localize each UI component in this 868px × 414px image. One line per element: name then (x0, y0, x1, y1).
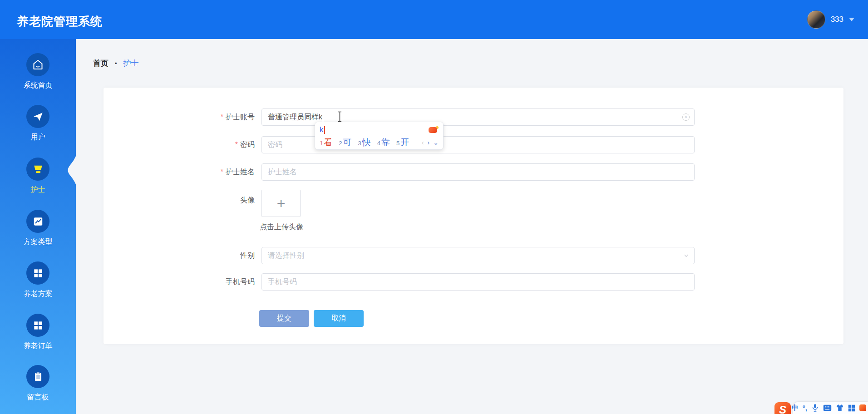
ime-candidate-popup: k 1 看 2 可 3 快 4 靠 5 (315, 122, 444, 150)
sidebar-item-plan-type[interactable]: 方案类型 (0, 210, 76, 246)
candidate-index: 1 (320, 140, 323, 147)
required-marker: * (221, 113, 223, 121)
avatar-label-text: 头像 (240, 196, 255, 205)
ime-candidate[interactable]: 4 靠 (377, 137, 390, 148)
sidebar-item-message-board[interactable]: 留言板 (0, 365, 76, 402)
app-window: 养老院管理系统 333 系统首页 用户 (0, 0, 868, 414)
toolbox-grid-icon[interactable] (848, 404, 855, 412)
account-label: * 护士账号 (104, 113, 255, 122)
name-label: * 护士姓名 (104, 168, 255, 177)
clipboard-icon (26, 365, 49, 388)
main-content: 首页 • 护士 * 护士账号 普通管理员同样k × (76, 39, 868, 414)
form-row-avatar: 头像 (104, 196, 843, 205)
cancel-button[interactable]: 取消 (314, 310, 364, 327)
shop-icon (26, 158, 49, 181)
sidebar-item-label: 系统首页 (0, 81, 76, 90)
ime-extra-icon[interactable] (859, 404, 866, 411)
sidebar-item-care-plan[interactable]: 养老方案 (0, 261, 76, 298)
required-marker: * (221, 168, 223, 176)
sogou-emblem-icon (429, 126, 439, 133)
candidate-text: 快 (362, 137, 371, 148)
sidebar-nav: 系统首页 用户 护士 (0, 39, 76, 414)
ime-composition-text: k (320, 125, 324, 134)
candidate-text: 靠 (381, 137, 390, 148)
form-row-phone: 手机号码 (104, 273, 843, 291)
account-label-text: 护士账号 (226, 113, 255, 122)
gender-select-placeholder: 请选择性别 (268, 251, 304, 261)
keyboard-icon[interactable] (823, 404, 832, 411)
name-label-text: 护士姓名 (226, 168, 255, 177)
ime-candidate[interactable]: 2 可 (339, 137, 351, 148)
ime-candidate[interactable]: 5 开 (396, 137, 409, 148)
form-row-gender: 性别 请选择性别 (104, 247, 843, 264)
expand-icon[interactable]: ⌄ (433, 139, 439, 146)
ime-candidate-row: 1 看 2 可 3 快 4 靠 5 开 ‹ › ⌄ (320, 136, 439, 149)
ime-candidate[interactable]: 3 快 (358, 137, 370, 148)
chart-icon (26, 210, 49, 233)
user-avatar[interactable] (807, 10, 825, 29)
gender-label: 性别 (104, 251, 255, 261)
avatar-label: 头像 (104, 196, 255, 205)
breadcrumb: 首页 • 护士 (93, 58, 139, 69)
username-label: 333 (831, 15, 843, 24)
chevron-down-icon (684, 253, 689, 258)
sidebar-item-home[interactable]: 系统首页 (0, 53, 76, 90)
sidebar-item-care-order[interactable]: 养老订单 (0, 314, 76, 350)
top-header: 养老院管理系统 333 (0, 0, 868, 39)
plus-icon: + (277, 197, 286, 210)
avatar-upload-hint: 点击上传头像 (260, 222, 303, 232)
user-menu[interactable]: 333 (807, 0, 854, 39)
text-caret (323, 113, 323, 122)
ime-lang-toggle[interactable]: 中 (792, 404, 799, 412)
candidate-index: 4 (377, 140, 380, 147)
nurse-form-card: * 护士账号 普通管理员同样k × * 密码 (104, 88, 843, 344)
sidebar-item-label: 养老订单 (0, 341, 76, 350)
grid-icon (26, 261, 49, 285)
skin-shirt-icon[interactable] (836, 404, 844, 412)
sogou-logo-icon[interactable]: S (774, 402, 791, 414)
paper-plane-icon (26, 105, 49, 128)
name-input[interactable] (261, 163, 695, 181)
candidate-text: 开 (400, 137, 409, 148)
submit-button[interactable]: 提交 (259, 310, 309, 327)
form-row-account: * 护士账号 普通管理员同样k × (104, 108, 843, 126)
phone-input[interactable] (261, 273, 695, 291)
form-row-name: * 护士姓名 (104, 163, 843, 181)
candidate-index: 3 (358, 140, 361, 147)
avatar-upload-box[interactable]: + (261, 190, 301, 217)
active-item-notch (66, 156, 76, 184)
candidate-index: 2 (339, 140, 342, 147)
breadcrumb-separator: • (115, 60, 117, 67)
sidebar-item-label: 用户 (0, 133, 76, 142)
candidate-text: 看 (324, 137, 332, 148)
home-icon (26, 53, 49, 76)
ime-composition-row: k (320, 124, 439, 136)
gender-select[interactable]: 请选择性别 (261, 247, 695, 264)
ibeam-cursor (337, 111, 343, 122)
grid-icon (26, 314, 49, 337)
prev-page-icon[interactable]: ‹ (422, 139, 424, 146)
sidebar-item-nurse[interactable]: 护士 (0, 158, 76, 194)
breadcrumb-home[interactable]: 首页 (93, 58, 108, 69)
ime-punct-toggle[interactable]: °, (803, 404, 807, 412)
form-row-password: * 密码 (104, 136, 843, 153)
ime-caret (324, 126, 325, 134)
clear-input-icon[interactable]: × (682, 113, 690, 121)
password-label: * 密码 (104, 140, 255, 150)
account-input-value: 普通管理员同样k (268, 113, 322, 122)
phone-label-text: 手机号码 (226, 277, 255, 287)
candidate-index: 5 (396, 140, 399, 147)
required-marker: * (235, 141, 238, 149)
ime-candidate[interactable]: 1 看 (320, 137, 332, 148)
breadcrumb-current[interactable]: 护士 (123, 58, 139, 69)
sidebar-item-label: 养老方案 (0, 289, 76, 298)
chevron-down-icon (849, 18, 854, 21)
phone-label: 手机号码 (104, 277, 255, 287)
sidebar-item-label: 留言板 (0, 393, 76, 402)
app-title: 养老院管理系统 (17, 14, 103, 30)
sidebar-item-label: 护士 (0, 185, 76, 194)
next-page-icon[interactable]: › (428, 139, 430, 146)
microphone-icon[interactable] (811, 404, 819, 412)
candidate-text: 可 (343, 137, 351, 148)
sidebar-item-users[interactable]: 用户 (0, 105, 76, 142)
